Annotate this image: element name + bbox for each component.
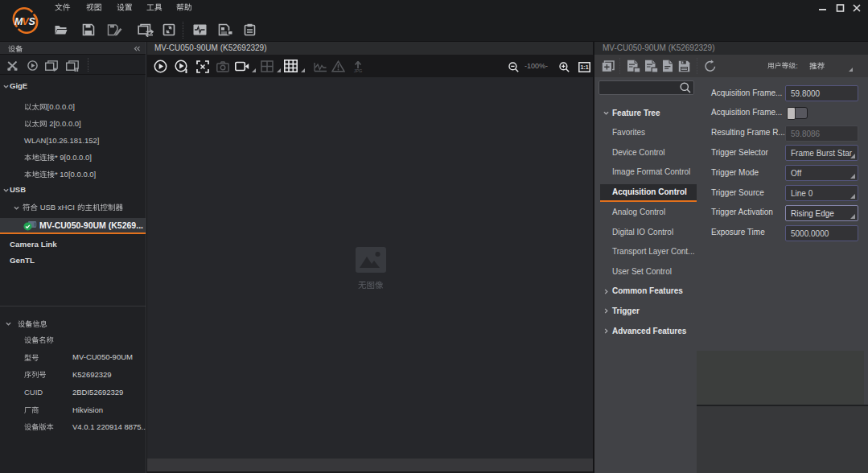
svg-text:1:1: 1:1 [580,64,588,70]
svg-text:S: S [29,16,36,27]
svg-text:JPG: JPG [354,68,363,73]
